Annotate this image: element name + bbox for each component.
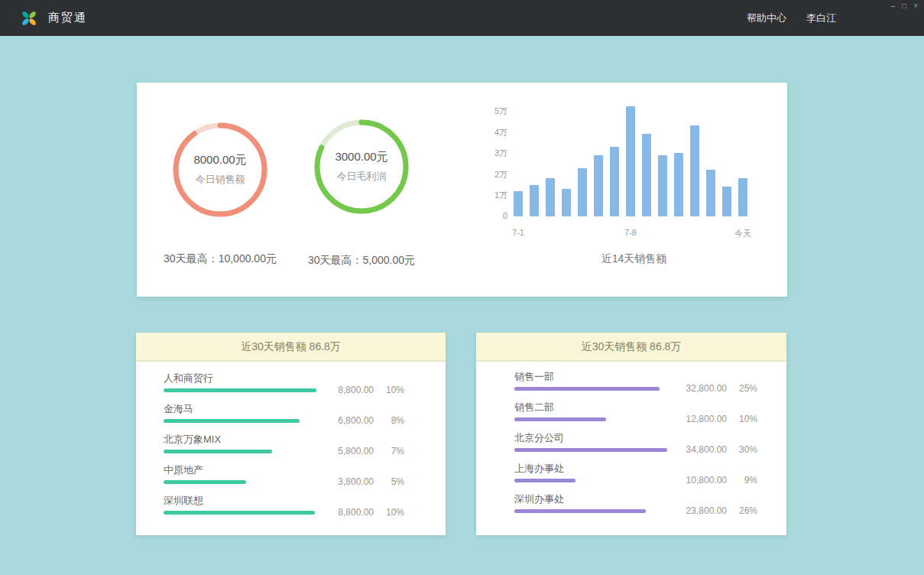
- rank-bar: [164, 450, 316, 453]
- sales-bar: [642, 134, 651, 216]
- rank-row: 中原地产3,800.005%: [164, 465, 404, 495]
- rank-percent: 10%: [736, 414, 757, 424]
- window-maximize-button[interactable]: □: [902, 2, 906, 11]
- rank-bar-fill: [514, 387, 660, 391]
- rank-bar: [514, 417, 667, 421]
- rank-name: 销售一部: [514, 372, 757, 382]
- rank-percent: 8%: [383, 415, 404, 426]
- rank-amount: 12,800.00: [678, 414, 727, 424]
- ranking-title-departments: 近30天销售额 86.8万: [476, 333, 786, 362]
- rank-row: 销售一部32,800.0025%: [514, 372, 757, 402]
- today-profit-ring: 3000.00元今日毛利润: [313, 119, 410, 215]
- x-tick-label: 7-1: [512, 228, 524, 237]
- rank-bar-fill: [514, 479, 575, 482]
- y-axis: 5万4万3万2万1万0: [473, 106, 507, 216]
- rank-name: 金海马: [164, 404, 404, 414]
- rank-value: 34,800.0030%: [678, 444, 757, 455]
- rank-amount: 10,800.00: [678, 475, 727, 486]
- rank-value: 32,800.0025%: [678, 383, 757, 394]
- overview-card: 8000.00元今日销售额 3000.00元今日毛利润 30天最高：10,000…: [137, 83, 787, 297]
- ring-label: 今日毛利润: [337, 170, 387, 184]
- rank-value: 8,800.0010%: [325, 385, 404, 395]
- rank-amount: 8,800.00: [325, 507, 374, 518]
- rank-percent: 30%: [736, 444, 757, 455]
- x-tick-label: 今天: [734, 228, 751, 239]
- rank-row: 人和商贸行8,800.0010%: [164, 373, 404, 404]
- rank-bar: [514, 387, 667, 391]
- window-minimize-button[interactable]: –: [891, 2, 896, 11]
- rank-bar: [164, 388, 316, 392]
- rank-percent: 5%: [383, 476, 404, 487]
- rank-bar-fill: [164, 511, 315, 515]
- rank-amount: 6,800.00: [325, 415, 374, 426]
- rank-row: 深圳办事处23,800.0026%: [514, 494, 757, 525]
- y-tick-label: 4万: [494, 127, 507, 138]
- sales-bar: [546, 178, 555, 216]
- rank-value: 3,800.005%: [325, 476, 404, 487]
- today-sales-ring: 8000.00元今日销售额: [172, 122, 268, 218]
- rank-bar-fill: [164, 419, 300, 423]
- rank-percent: 26%: [736, 505, 757, 516]
- sales-bar: [514, 191, 523, 216]
- topbar-right: 帮助中心 李白江: [747, 11, 836, 25]
- sales-bar: [674, 153, 683, 216]
- rank-amount: 8,800.00: [325, 385, 374, 395]
- ring-value: 3000.00元: [335, 150, 387, 164]
- profit-30day-max: 30天最高：5,000.00元: [277, 254, 446, 268]
- rank-row: 销售二部12,800.0010%: [514, 402, 757, 433]
- rank-percent: 10%: [383, 385, 404, 395]
- y-tick-label: 1万: [494, 190, 507, 201]
- rank-name: 人和商贸行: [164, 373, 404, 384]
- bar-chart-plot: [514, 106, 754, 216]
- rank-name: 上海办事处: [514, 463, 757, 474]
- rank-bar-fill: [514, 509, 646, 513]
- rank-row: 北京万象MIX5,800.007%: [164, 434, 404, 465]
- app-title: 商贸通: [48, 11, 87, 25]
- rank-row: 上海办事处10,800.009%: [514, 463, 757, 494]
- chart-caption: 近14天销售额: [514, 252, 754, 266]
- rank-row: 金海马6,800.008%: [164, 404, 404, 434]
- x-tick-label: 7-8: [624, 228, 637, 237]
- sales-bar: [626, 106, 635, 216]
- sales-bar: [530, 185, 539, 216]
- sales-bar: [578, 168, 587, 216]
- rank-name: 深圳联想: [164, 495, 404, 506]
- sales-bar: [738, 178, 747, 216]
- y-tick-label: 5万: [494, 106, 507, 117]
- sales-bar: [706, 170, 715, 216]
- rank-name: 北京分公司: [514, 433, 757, 443]
- sales-bar: [594, 155, 603, 216]
- ring-center: 8000.00元今日销售额: [172, 122, 268, 218]
- app-logo-icon: [20, 9, 38, 28]
- rank-name: 深圳办事处: [514, 494, 757, 505]
- y-tick-label: 3万: [494, 148, 507, 159]
- rank-bar: [164, 419, 316, 423]
- ring-value: 8000.00元: [193, 153, 246, 167]
- rank-value: 8,800.0010%: [325, 507, 404, 518]
- rank-value: 5,800.007%: [325, 446, 404, 456]
- rank-rows-customers: 人和商贸行8,800.0010%金海马6,800.008%北京万象MIX5,80…: [136, 362, 446, 526]
- window-controls: –□×: [891, 2, 918, 11]
- rank-name: 北京万象MIX: [164, 434, 404, 445]
- rank-amount: 34,800.00: [678, 444, 727, 455]
- ring-label: 今日销售额: [196, 173, 245, 187]
- rank-bar-fill: [164, 480, 246, 484]
- rank-amount: 5,800.00: [325, 446, 374, 456]
- rank-bar-fill: [164, 388, 316, 392]
- rank-bar: [514, 479, 667, 482]
- rank-row: 北京分公司34,800.0030%: [514, 433, 757, 463]
- topbar: 商贸通 帮助中心 李白江 –□×: [0, 0, 924, 36]
- rank-percent: 7%: [383, 446, 404, 456]
- rank-percent: 9%: [736, 475, 757, 486]
- window-close-button[interactable]: ×: [913, 2, 918, 11]
- rank-row: 深圳联想8,800.0010%: [164, 495, 404, 526]
- rank-bar: [514, 509, 667, 513]
- username-link[interactable]: 李白江: [806, 11, 836, 25]
- y-tick-label: 2万: [494, 169, 507, 180]
- sales-bar: [690, 125, 699, 216]
- rank-amount: 23,800.00: [678, 505, 727, 516]
- help-center-link[interactable]: 帮助中心: [747, 11, 786, 25]
- rank-amount: 3,800.00: [325, 476, 374, 487]
- rank-name: 销售二部: [514, 402, 757, 413]
- sales-bar: [562, 189, 571, 216]
